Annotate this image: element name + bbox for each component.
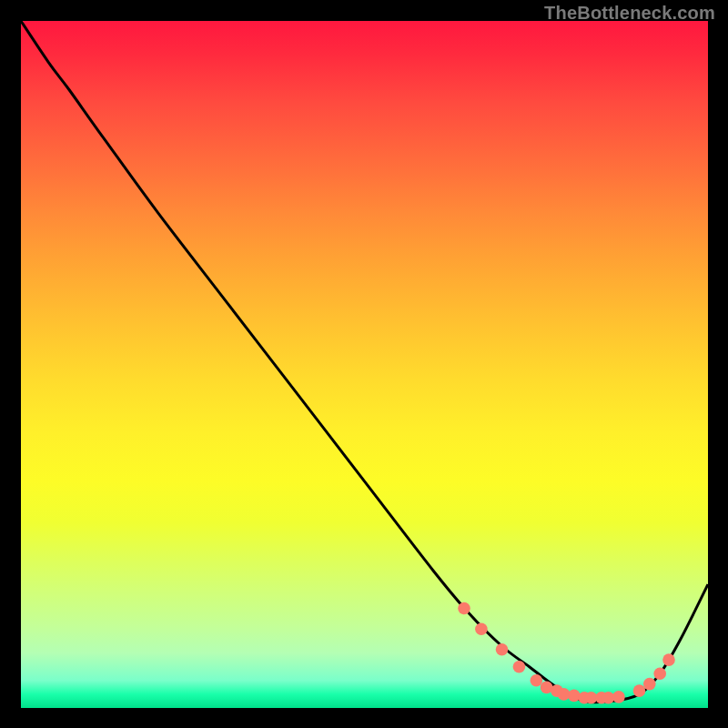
data-marker bbox=[633, 684, 646, 697]
chart-stage: TheBottleneck.com bbox=[0, 0, 728, 728]
data-marker bbox=[612, 691, 625, 703]
curve-path bbox=[21, 21, 708, 703]
data-marker bbox=[568, 690, 581, 703]
data-marker bbox=[458, 602, 470, 615]
marker-group bbox=[458, 602, 675, 704]
data-marker bbox=[662, 653, 675, 666]
data-marker bbox=[496, 643, 509, 656]
data-marker bbox=[531, 674, 543, 687]
chart-svg bbox=[21, 21, 708, 708]
data-marker bbox=[475, 622, 488, 635]
data-marker bbox=[643, 678, 656, 691]
data-marker bbox=[513, 661, 526, 673]
data-marker bbox=[653, 668, 666, 681]
watermark-text: TheBottleneck.com bbox=[544, 3, 715, 24]
plot-area bbox=[21, 21, 708, 708]
